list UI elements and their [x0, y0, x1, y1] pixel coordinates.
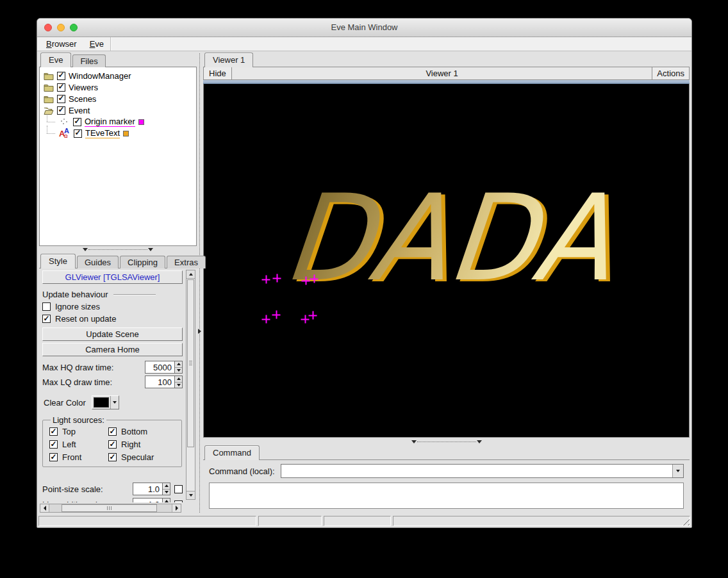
scrollbar-thumb[interactable]	[62, 504, 157, 512]
tab-viewer-1[interactable]: Viewer 1	[204, 53, 253, 67]
check-mark: ✓	[50, 453, 56, 461]
checkbox[interactable]: ✓	[73, 118, 81, 126]
spinner-value[interactable]: 5000	[145, 361, 174, 374]
point-size-checkbox[interactable]	[174, 485, 183, 493]
spin-down-button[interactable]	[175, 382, 182, 388]
horizontal-scrollbar[interactable]	[40, 504, 181, 513]
spin-up-button[interactable]	[175, 361, 182, 367]
chevron-down-icon	[676, 470, 680, 472]
folder-icon	[43, 72, 54, 80]
ignore-sizes-checkbox[interactable]	[42, 302, 51, 311]
spin-down-button[interactable]	[175, 367, 182, 374]
combo-dropdown-button[interactable]	[672, 465, 683, 477]
light-sources-group: Light sources: ✓ Top ✓ Bottom ✓	[42, 415, 182, 467]
eve-tree: ✓ WindowManager ✓ Viewers ✓ Scenes	[39, 67, 197, 246]
spin-up-button[interactable]	[163, 483, 170, 489]
gl-viewport[interactable]: DADA DADA	[203, 84, 690, 438]
clear-color-picker[interactable]	[92, 395, 119, 409]
scroll-left-button[interactable]	[40, 504, 49, 512]
tree-item-label[interactable]: Viewers	[69, 83, 98, 92]
actions-button[interactable]: Actions	[652, 67, 689, 79]
camera-home-button[interactable]: Camera Home	[42, 343, 183, 356]
spin-down-button[interactable]	[163, 489, 170, 495]
light-specular-checkbox[interactable]: ✓	[108, 453, 117, 461]
checkbox-label: Top	[62, 427, 76, 436]
horizontal-splitter[interactable]	[39, 246, 197, 252]
tab-command[interactable]: Command	[204, 445, 260, 460]
tree-item-event[interactable]: ✓ Event	[40, 104, 196, 116]
tree-item-label[interactable]: Event	[69, 106, 90, 115]
point-size-spinner: 1.0	[133, 483, 170, 495]
zoom-button[interactable]	[70, 24, 78, 31]
checkbox[interactable]: ✓	[57, 72, 65, 80]
vertical-splitter[interactable]	[197, 51, 203, 515]
checkbox[interactable]: ✓	[57, 83, 65, 92]
vertical-scrollbar[interactable]	[186, 270, 195, 500]
splitter-dots	[88, 249, 147, 250]
light-front-checkbox[interactable]: ✓	[49, 453, 58, 461]
title-bar[interactable]: Eve Main Window	[37, 19, 691, 37]
update-behaviour-group: Update behaviour	[42, 290, 183, 299]
glviewer-button[interactable]: GLViewer [TGLSAViewer]	[42, 270, 183, 284]
check-mark: ✓	[74, 129, 81, 136]
tree-item-windowmanager[interactable]: ✓ WindowManager	[40, 70, 196, 81]
color-swatch[interactable]	[138, 119, 144, 125]
update-scene-button[interactable]: Update Scene	[42, 327, 183, 341]
resize-grip[interactable]	[680, 516, 690, 525]
tab-style[interactable]: Style	[40, 254, 76, 268]
command-output[interactable]	[209, 483, 684, 509]
field-label: Max HQ draw time:	[42, 363, 145, 372]
light-bottom-checkbox[interactable]: ✓	[108, 427, 117, 436]
spin-up-button[interactable]	[175, 376, 182, 382]
check-mark: ✓	[50, 427, 56, 435]
scroll-up-button[interactable]	[186, 270, 195, 279]
tab-clipping[interactable]: Clipping	[120, 256, 165, 268]
checkbox-label: Specular	[121, 452, 154, 462]
scroll-down-button[interactable]	[186, 491, 195, 499]
spinner-value[interactable]: 100	[145, 376, 174, 388]
splitter-dots	[199, 53, 200, 513]
tree-item-tevetext[interactable]: AAΩ ✓ TEveText	[40, 128, 196, 139]
scrollbar-track[interactable]	[49, 504, 172, 512]
command-input[interactable]	[281, 465, 672, 477]
light-left-checkbox[interactable]: ✓	[49, 440, 58, 449]
splitter-dots	[417, 442, 476, 442]
viewer-panel: Viewer 1 Hide Viewer 1 Actions DADA DADA	[203, 51, 691, 515]
tab-eve[interactable]: Eve	[40, 53, 71, 67]
origin-marker-point	[262, 315, 270, 324]
scrollbar-thumb[interactable]	[187, 279, 194, 447]
checkbox[interactable]: ✓	[57, 106, 65, 115]
tree-item-viewers[interactable]: ✓ Viewers	[40, 81, 196, 93]
tree-item-label[interactable]: Origin marker	[85, 117, 135, 127]
minimize-button[interactable]	[57, 24, 65, 31]
light-right-checkbox[interactable]: ✓	[108, 440, 117, 449]
light-front-row: ✓ Front	[49, 452, 108, 462]
menu-eve[interactable]: Eve	[83, 37, 110, 51]
tab-files[interactable]: Files	[72, 54, 105, 67]
scroll-right-button[interactable]	[172, 504, 181, 512]
menu-browser[interactable]: Browser	[40, 37, 83, 51]
checkbox[interactable]: ✓	[74, 129, 82, 138]
command-label: Command (local):	[209, 467, 275, 476]
color-dropdown-button[interactable]	[110, 396, 119, 409]
check-mark: ✓	[58, 106, 64, 113]
light-top-checkbox[interactable]: ✓	[49, 427, 58, 436]
line-width-checkbox[interactable]	[174, 500, 183, 503]
tree-item-label[interactable]: Scenes	[69, 94, 96, 104]
checkbox[interactable]: ✓	[57, 95, 65, 103]
spinner-value[interactable]: 1.0	[133, 483, 162, 495]
splitter-arrow-icon	[477, 440, 482, 443]
reset-on-update-checkbox[interactable]: ✓	[42, 315, 51, 323]
spinner-value[interactable]: 1.0	[133, 498, 162, 502]
tree-item-origin-marker[interactable]: ✓ Origin marker	[40, 116, 196, 128]
tab-extras[interactable]: Extras	[167, 256, 206, 268]
close-button[interactable]	[44, 24, 52, 31]
viewer-bottom-splitter[interactable]	[203, 438, 690, 445]
spin-up-button[interactable]	[163, 499, 170, 502]
tree-item-label[interactable]: WindowManager	[69, 71, 131, 81]
tree-item-label[interactable]: TEveText	[85, 128, 120, 138]
tab-guides[interactable]: Guides	[77, 256, 119, 268]
tree-item-scenes[interactable]: ✓ Scenes	[40, 93, 196, 104]
color-swatch[interactable]	[123, 131, 129, 136]
hide-button[interactable]: Hide	[204, 67, 232, 79]
